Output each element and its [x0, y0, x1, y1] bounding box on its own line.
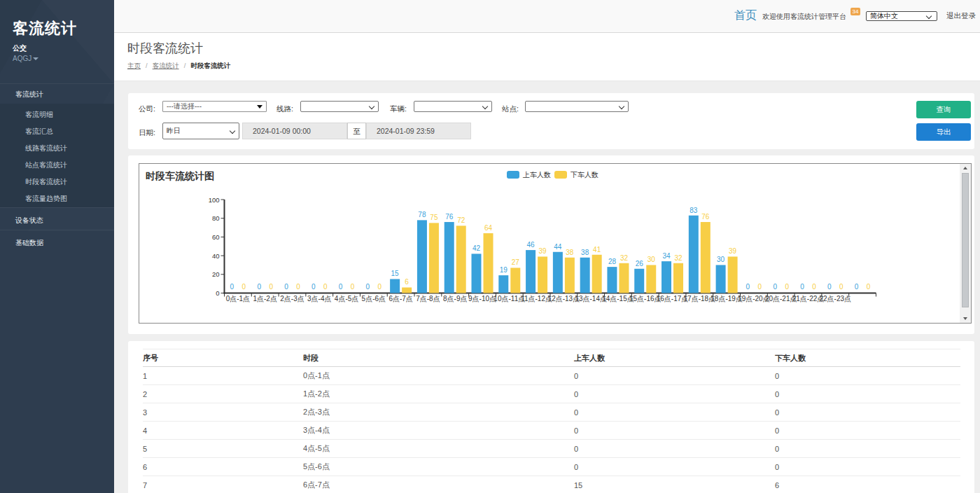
svg-text:5点-6点: 5点-6点 — [362, 295, 386, 303]
svg-text:15: 15 — [391, 270, 400, 277]
svg-text:46: 46 — [527, 241, 536, 249]
svg-text:83: 83 — [690, 207, 698, 214]
svg-text:32: 32 — [674, 254, 682, 262]
svg-text:3点-4点: 3点-4点 — [307, 295, 331, 303]
svg-text:0: 0 — [242, 283, 246, 291]
svg-text:0: 0 — [284, 283, 288, 291]
svg-text:0: 0 — [351, 283, 355, 291]
svg-text:20: 20 — [212, 270, 220, 278]
svg-text:76: 76 — [445, 213, 454, 221]
svg-text:9点-10点: 9点-10点 — [468, 295, 496, 303]
svg-text:34: 34 — [662, 252, 671, 260]
svg-text:0: 0 — [839, 283, 844, 291]
svg-text:19: 19 — [500, 266, 508, 274]
svg-text:26: 26 — [636, 260, 644, 268]
svg-text:0: 0 — [867, 283, 871, 291]
svg-text:4点-5点: 4点-5点 — [335, 295, 358, 303]
svg-text:30: 30 — [717, 256, 725, 263]
svg-text:0: 0 — [366, 283, 370, 291]
svg-text:0: 0 — [216, 289, 219, 297]
svg-text:76: 76 — [701, 213, 710, 221]
svg-text:41: 41 — [593, 246, 601, 254]
svg-text:0: 0 — [257, 283, 261, 291]
svg-text:60: 60 — [212, 233, 220, 241]
svg-text:38: 38 — [581, 249, 589, 256]
svg-text:80: 80 — [212, 214, 220, 222]
svg-text:2点-3点: 2点-3点 — [280, 295, 304, 303]
svg-text:1点-2点: 1点-2点 — [253, 295, 276, 303]
svg-text:0: 0 — [785, 283, 789, 291]
svg-text:64: 64 — [484, 224, 493, 232]
svg-text:0: 0 — [230, 283, 234, 291]
svg-text:0: 0 — [812, 283, 816, 291]
svg-text:0点-1点: 0点-1点 — [226, 295, 250, 303]
svg-text:75: 75 — [430, 214, 438, 221]
svg-text:0: 0 — [312, 283, 316, 291]
svg-text:100: 100 — [209, 196, 220, 204]
svg-text:6: 6 — [405, 278, 409, 286]
svg-text:42: 42 — [472, 244, 481, 252]
svg-text:8点-9点: 8点-9点 — [443, 295, 467, 303]
svg-text:0: 0 — [323, 283, 328, 291]
svg-text:0: 0 — [746, 283, 750, 291]
svg-text:44: 44 — [554, 243, 562, 251]
svg-text:40: 40 — [212, 252, 220, 260]
svg-text:28: 28 — [608, 258, 617, 265]
svg-text:27: 27 — [512, 258, 520, 266]
svg-text:0: 0 — [773, 283, 777, 291]
svg-text:0: 0 — [827, 283, 832, 291]
svg-text:7点-8点: 7点-8点 — [416, 295, 440, 303]
svg-text:0: 0 — [339, 283, 343, 291]
svg-text:78: 78 — [418, 211, 426, 218]
svg-text:39: 39 — [729, 247, 737, 255]
svg-text:6点-7点: 6点-7点 — [388, 295, 412, 303]
svg-text:38: 38 — [566, 249, 574, 256]
svg-text:32: 32 — [620, 254, 629, 262]
svg-text:39: 39 — [539, 247, 547, 255]
svg-text:0: 0 — [800, 283, 804, 291]
svg-text:0: 0 — [269, 283, 273, 291]
svg-text:30: 30 — [648, 256, 656, 263]
svg-text:0: 0 — [296, 283, 300, 291]
svg-text:0: 0 — [378, 283, 382, 291]
svg-text:72: 72 — [457, 216, 465, 224]
svg-text:0: 0 — [758, 283, 762, 291]
svg-text:22点-23点: 22点-23点 — [819, 295, 851, 303]
svg-text:0: 0 — [855, 283, 859, 291]
